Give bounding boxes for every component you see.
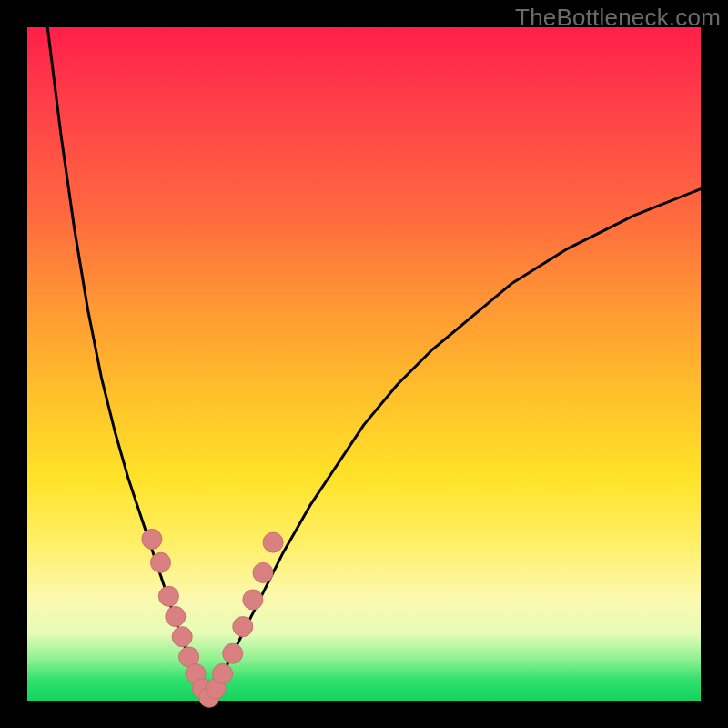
watermark-text: TheBottleneck.com [515,4,721,32]
chart-frame: TheBottleneck.com [0,0,728,728]
data-dot [233,617,253,637]
data-dot [142,529,162,549]
data-dot [166,607,186,627]
chart-overlay [27,27,701,701]
data-dots [142,529,283,707]
data-dot [158,586,178,606]
data-dot [223,643,243,663]
data-dot [151,552,171,572]
data-dot [213,663,233,683]
data-dot [243,590,263,610]
data-dot [263,532,283,552]
curve-path [47,27,701,701]
data-dot [172,627,192,647]
data-dot [253,562,273,582]
bottleneck-curve [47,27,701,701]
